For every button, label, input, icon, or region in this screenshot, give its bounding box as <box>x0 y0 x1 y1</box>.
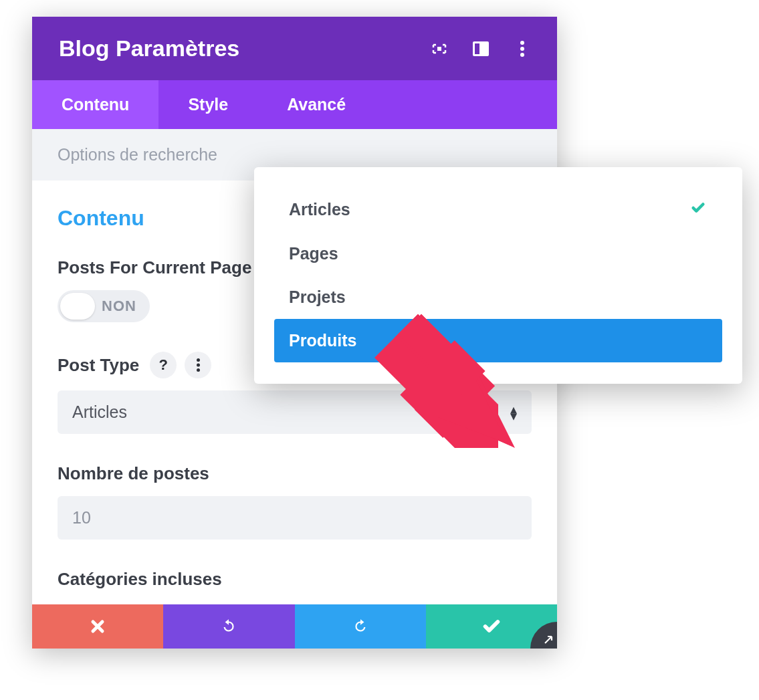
field-label-text: Catégories incluses <box>58 569 222 590</box>
svg-point-7 <box>197 364 200 367</box>
dropdown-item-products[interactable]: Produits <box>274 319 722 362</box>
help-icon[interactable]: ? <box>150 352 177 378</box>
save-button[interactable] <box>426 604 557 649</box>
field-label-text: Nombre de postes <box>58 463 209 484</box>
dropdown-item-label: Projets <box>289 287 346 307</box>
label-icons: ? <box>150 352 211 378</box>
select-value: Articles <box>72 402 127 422</box>
dropdown-item-pages[interactable]: Pages <box>274 232 722 275</box>
dropdown-item-articles[interactable]: Articles <box>274 187 722 232</box>
layout-icon[interactable] <box>473 41 489 57</box>
svg-point-5 <box>520 53 524 57</box>
panel-title: Blog Paramètres <box>59 35 239 62</box>
resize-icon[interactable] <box>530 622 557 649</box>
number-posts-input[interactable]: 10 <box>58 496 532 540</box>
more-icon[interactable] <box>514 41 530 57</box>
redo-button[interactable] <box>295 604 426 649</box>
field-label-text: Post Type <box>58 355 139 376</box>
toggle-knob <box>60 293 95 320</box>
svg-point-8 <box>197 368 200 372</box>
svg-point-3 <box>520 41 524 45</box>
field-label-text: Posts For Current Page <box>58 257 251 278</box>
dropdown-item-projects[interactable]: Projets <box>274 275 722 319</box>
dropdown-item-label: Pages <box>289 244 338 263</box>
svg-point-6 <box>197 358 200 362</box>
header-icons <box>431 41 530 57</box>
tabs: Contenu Style Avancé <box>32 80 557 129</box>
dropdown-item-label: Produits <box>289 331 356 350</box>
svg-rect-2 <box>475 43 479 54</box>
post-type-select[interactable]: Articles ▴▾ <box>58 390 532 434</box>
dropdown-item-label: Articles <box>289 200 350 219</box>
tab-content[interactable]: Contenu <box>32 80 158 129</box>
post-type-dropdown: Articles Pages Projets Produits <box>254 167 742 384</box>
included-categories-label: Catégories incluses <box>58 569 532 590</box>
options-icon[interactable] <box>185 352 211 378</box>
toggle-label: NON <box>95 298 147 315</box>
svg-point-4 <box>520 47 524 51</box>
expand-icon[interactable] <box>431 41 447 57</box>
number-posts-label: Nombre de postes <box>58 463 532 484</box>
footer <box>32 604 557 649</box>
posts-current-page-toggle[interactable]: NON <box>58 290 150 322</box>
tab-style[interactable]: Style <box>158 80 257 129</box>
undo-button[interactable] <box>163 604 294 649</box>
check-icon <box>689 199 708 220</box>
panel-header: Blog Paramètres <box>32 17 557 80</box>
svg-rect-0 <box>437 47 441 51</box>
tab-advanced[interactable]: Avancé <box>257 80 375 129</box>
cancel-button[interactable] <box>32 604 163 649</box>
select-arrows-icon: ▴▾ <box>510 406 517 419</box>
